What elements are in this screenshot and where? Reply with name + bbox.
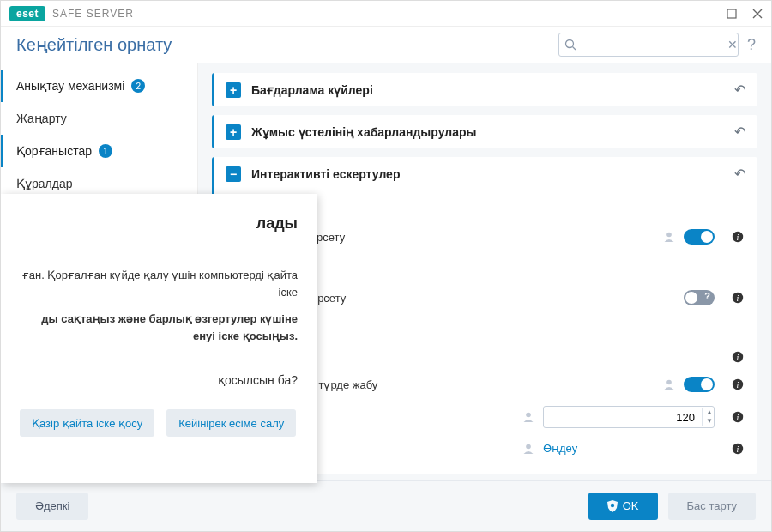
setting-row-show-alerts: ертулерді көрсету i <box>251 222 744 251</box>
search-clear-icon[interactable]: ✕ <box>727 38 738 51</box>
panel-title: Интерактивті ескертулер <box>251 167 724 181</box>
setting-row-show-messages: барларды көрсету ? i <box>251 283 744 312</box>
svg-line-2 <box>572 47 576 51</box>
panel-desktop-notifications: + Жұмыс үстелінің хабарландырулары ↶ <box>212 115 757 148</box>
revert-icon[interactable]: ↶ <box>734 82 745 98</box>
default-button[interactable]: Әдепкі <box>16 493 88 520</box>
sidebar-badge: 1 <box>99 144 112 158</box>
remind-later-button[interactable]: Кейінірек есіме салу <box>166 409 296 437</box>
duration-field[interactable]: ▲ ▼ <box>543 406 715 428</box>
duration-input[interactable] <box>544 411 702 424</box>
sidebar-item-label: Құралдар <box>16 177 72 190</box>
ok-button-label: OK <box>623 499 639 512</box>
search-input[interactable] <box>580 38 727 52</box>
dialog-heading: лады <box>20 215 298 233</box>
svg-point-19 <box>611 503 614 506</box>
dialog-question: қосылсын ба? <box>20 373 298 387</box>
brand-pill: eset <box>9 6 45 21</box>
spinner-down-icon[interactable]: ▼ <box>703 417 716 426</box>
collapse-icon[interactable]: − <box>226 166 241 182</box>
svg-point-1 <box>565 40 573 48</box>
info-icon[interactable]: i <box>732 378 744 390</box>
shield-icon <box>607 500 618 512</box>
toggle-show-messages[interactable]: ? <box>684 290 715 305</box>
sidebar-item-protections[interactable]: Қорғаныстар 1 <box>1 135 197 167</box>
info-icon[interactable]: i <box>732 351 744 363</box>
svg-text:i: i <box>737 353 739 362</box>
group-title-msgbox: і <box>251 324 744 337</box>
svg-text:i: i <box>737 444 739 453</box>
panel-app-states: + Бағдарлама күйлері ↶ <box>212 73 757 106</box>
svg-point-13 <box>526 413 531 418</box>
title-bar: eset SAFE SERVER <box>1 1 771 27</box>
group-title-exchange: лмасу <box>251 263 744 276</box>
expand-icon[interactable]: + <box>226 124 241 140</box>
panel-header[interactable]: + Жұмыс үстелінің хабарландырулары ↶ <box>214 115 757 148</box>
svg-text:i: i <box>737 413 739 422</box>
footer: Әдепкі OK Бас тарту <box>1 480 771 531</box>
spinner-up-icon[interactable]: ▲ <box>703 408 716 417</box>
toggle-autoclose[interactable] <box>684 377 715 392</box>
revert-icon[interactable]: ↶ <box>734 124 745 140</box>
info-icon[interactable]: i <box>732 292 744 304</box>
user-icon <box>663 231 675 243</box>
svg-point-10 <box>666 380 672 385</box>
setting-row-autoclose: н автоматты түрде жабу i <box>251 370 744 399</box>
svg-text:i: i <box>737 233 739 242</box>
sidebar-item-label: Анықтау механизмі <box>16 79 124 93</box>
setting-row-edit: ы Өңдеу i <box>251 435 744 462</box>
page-header: Кеңейтілген орнату ✕ ? <box>1 27 771 63</box>
svg-rect-0 <box>727 9 736 18</box>
sidebar-item-label: Қорғаныстар <box>16 144 92 158</box>
panel-title: Жұмыс үстелінің хабарландырулары <box>251 125 724 139</box>
sidebar-item-update[interactable]: Жаңарту <box>1 102 197 135</box>
svg-point-3 <box>666 233 672 238</box>
panel-header[interactable]: + Бағдарлама күйлері ↶ <box>214 73 757 106</box>
setting-row-display-duration: ен көрсету ▲ ▼ i <box>251 399 744 435</box>
group-title-alerts: ертулер <box>251 203 744 215</box>
page-title: Кеңейтілген орнату <box>16 34 172 55</box>
dialog-text-1: ған. Қорғалған күйде қалу үшін компьютер… <box>20 267 298 300</box>
ok-button[interactable]: OK <box>588 493 658 520</box>
user-icon <box>522 411 534 423</box>
restart-now-button[interactable]: Қазір қайта іске қосу <box>20 409 154 437</box>
sidebar-item-detection[interactable]: Анықтау механизмі 2 <box>1 70 197 102</box>
spinner[interactable]: ▲ ▼ <box>702 408 716 426</box>
svg-text:i: i <box>737 293 739 303</box>
user-icon <box>663 378 675 390</box>
search-icon <box>564 39 576 51</box>
sidebar-item-label: Жаңарту <box>16 112 67 125</box>
toggle-show-alerts[interactable] <box>684 229 715 245</box>
cancel-button[interactable]: Бас тарту <box>668 493 756 520</box>
info-icon[interactable]: i <box>732 411 744 423</box>
restart-dialog: лады ған. Қорғалған күйде қалу үшін комп… <box>1 194 317 483</box>
setting-row-msgbox-info: i <box>251 344 744 370</box>
info-icon[interactable]: i <box>732 231 744 243</box>
revert-icon[interactable]: ↶ <box>734 166 745 182</box>
brand-text: SAFE SERVER <box>52 8 134 20</box>
search-box[interactable]: ✕ <box>558 33 739 57</box>
info-icon[interactable]: i <box>732 443 744 455</box>
user-icon <box>522 443 534 455</box>
panel-header[interactable]: − Интерактивті ескертулер ↶ <box>214 157 757 190</box>
svg-point-16 <box>526 444 531 449</box>
sidebar-badge: 2 <box>131 79 145 93</box>
help-icon[interactable]: ? <box>747 36 756 54</box>
dialog-text-2: ды сақтаңыз және барлық өзгертулер күшін… <box>20 311 298 344</box>
edit-link[interactable]: Өңдеу <box>543 442 715 455</box>
svg-text:i: i <box>737 380 739 390</box>
window-close-icon[interactable] <box>752 9 763 19</box>
panel-title: Бағдарлама күйлері <box>251 83 724 97</box>
window-maximize-icon[interactable] <box>727 9 737 19</box>
expand-icon[interactable]: + <box>226 82 241 98</box>
